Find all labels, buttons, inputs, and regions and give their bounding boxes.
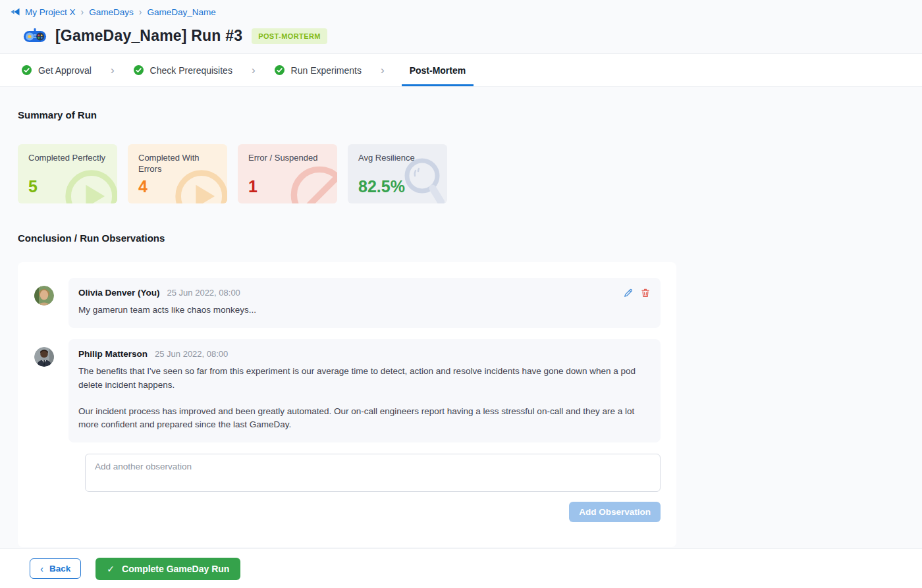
step-run-experiments[interactable]: Run Experiments: [273, 54, 364, 86]
magnifier-icon: [402, 157, 445, 203]
wizard-steps: Get Approval › Check Prerequisites › Run…: [0, 53, 922, 87]
status-badge: POST-MORTERM: [252, 28, 327, 44]
edit-icon[interactable]: [624, 288, 633, 298]
stat-card-avg-resilience: Avg Resilience 82.5%: [348, 144, 447, 203]
observation-bubble: Philip Matterson 25 Jun 2022, 08:00 The …: [68, 339, 661, 442]
step-label: Post-Mortem: [410, 65, 466, 76]
observation-meta: Olivia Denver (You) 25 Jun 2022, 08:00: [78, 288, 650, 298]
stat-card-error-suspended: Error / Suspended 1: [238, 144, 337, 203]
observation-actions: [624, 288, 650, 298]
observation-paragraph: Our incident process has improved and be…: [78, 405, 650, 432]
page-header: My Project X › GameDays › GameDay_Name […: [0, 0, 922, 45]
observation-item: Philip Matterson 25 Jun 2022, 08:00 The …: [34, 339, 661, 442]
stat-value: 82.5%: [358, 177, 405, 196]
check-circle-icon: [22, 65, 32, 75]
add-observation-row: [85, 454, 661, 494]
play-circle-icon: [63, 168, 117, 203]
stat-label: Completed Perfectly: [28, 153, 106, 164]
chevron-left-icon: ‹: [40, 564, 43, 574]
stat-value: 1: [248, 177, 258, 196]
step-label: Get Approval: [38, 65, 92, 76]
observation-author: Philip Matterson: [78, 349, 148, 359]
complete-button-label: Complete GameDay Run: [122, 564, 229, 574]
step-post-mortem[interactable]: Post-Mortem: [402, 54, 474, 86]
complete-gameday-run-button[interactable]: ✓ Complete GameDay Run: [95, 558, 240, 580]
back-button-label: Back: [49, 564, 70, 574]
observations-card: Olivia Denver (You) 25 Jun 2022, 08:00 M…: [18, 262, 676, 547]
project-logo-icon: [10, 7, 20, 17]
chevron-right-icon: ›: [111, 54, 115, 86]
observation-timestamp: 25 Jun 2022, 08:00: [155, 349, 228, 359]
stat-value: 4: [138, 177, 148, 196]
summary-heading: Summary of Run: [18, 109, 904, 120]
page-title: [GameDay_Name] Run #3: [55, 27, 242, 45]
step-check-prerequisites[interactable]: Check Prerequisites: [132, 54, 234, 86]
check-circle-icon: [275, 65, 285, 75]
stat-card-completed-with-errors: Completed With Errors 4: [128, 144, 227, 203]
breadcrumb-link-gamedays[interactable]: GameDays: [89, 7, 134, 17]
observation-bubble: Olivia Denver (You) 25 Jun 2022, 08:00 M…: [68, 278, 661, 328]
avatar: [34, 286, 54, 306]
observation-author: Olivia Denver (You): [78, 288, 160, 298]
chevron-right-icon: ›: [81, 7, 84, 16]
page-footer: ‹ Back ✓ Complete GameDay Run: [0, 548, 922, 588]
stat-label: Error / Suspended: [248, 153, 326, 164]
stat-card-completed-perfectly: Completed Perfectly 5: [18, 144, 117, 203]
stat-value: 5: [28, 177, 38, 196]
chevron-right-icon: ›: [381, 54, 385, 86]
add-observation-button[interactable]: Add Observation: [569, 502, 661, 522]
observation-item: Olivia Denver (You) 25 Jun 2022, 08:00 M…: [34, 278, 661, 328]
observation-meta: Philip Matterson 25 Jun 2022, 08:00: [78, 349, 650, 359]
step-label: Check Prerequisites: [150, 65, 232, 76]
observation-timestamp: 25 Jun 2022, 08:00: [167, 288, 240, 298]
ban-circle-icon: [288, 164, 337, 203]
check-circle-icon: [134, 65, 144, 75]
breadcrumb: My Project X › GameDays › GameDay_Name: [10, 7, 922, 17]
step-get-approval[interactable]: Get Approval: [20, 54, 94, 86]
breadcrumb-link-gameday-name[interactable]: GameDay_Name: [147, 7, 215, 17]
stat-label: Avg Resilience: [358, 153, 436, 164]
gamepad-icon: [23, 28, 47, 45]
chevron-right-icon: ›: [139, 7, 142, 16]
avatar: [34, 347, 54, 367]
add-observation-button-row: Add Observation: [85, 502, 661, 522]
observation-text: The benefits that I've seen so far from …: [78, 365, 650, 431]
observations-heading: Conclusion / Run Observations: [18, 232, 904, 244]
breadcrumb-link-project[interactable]: My Project X: [25, 7, 76, 17]
observation-text: My gamerun team acts like chaos monkeys.…: [78, 304, 650, 317]
stat-label: Completed With Errors: [138, 153, 216, 175]
back-button[interactable]: ‹ Back: [30, 558, 81, 579]
step-label: Run Experiments: [291, 65, 362, 76]
title-row: [GameDay_Name] Run #3 POST-MORTERM: [13, 27, 922, 45]
observation-input[interactable]: [85, 454, 661, 492]
main-content: Summary of Run Completed Perfectly 5 Com…: [0, 109, 922, 547]
check-icon: ✓: [107, 564, 115, 574]
observation-paragraph: The benefits that I've seen so far from …: [78, 365, 650, 392]
delete-icon[interactable]: [641, 288, 650, 298]
chevron-right-icon: ›: [252, 54, 256, 86]
summary-cards: Completed Perfectly 5 Completed With Err…: [18, 144, 904, 203]
